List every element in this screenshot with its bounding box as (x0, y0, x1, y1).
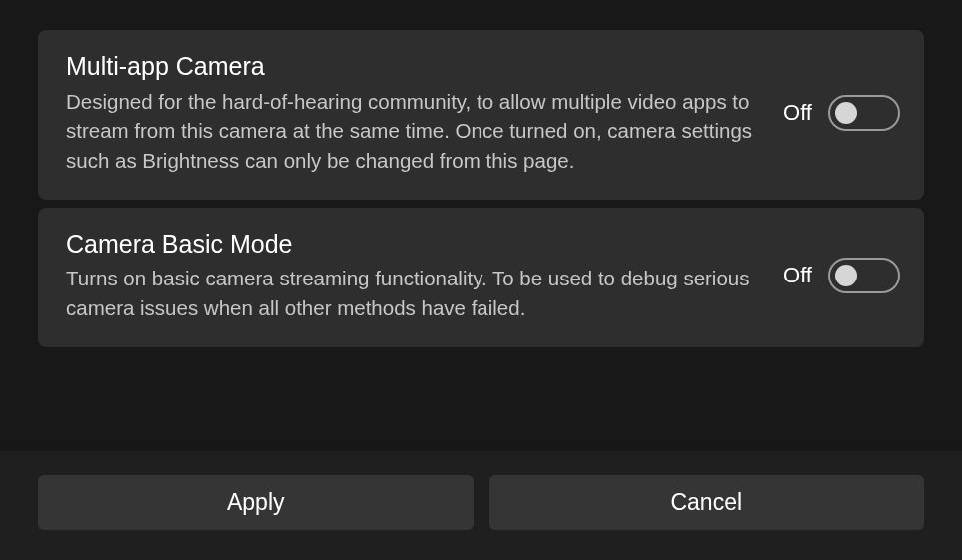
settings-list: Multi-app Camera Designed for the hard-o… (38, 30, 924, 347)
setting-text-block: Multi-app Camera Designed for the hard-o… (66, 50, 759, 176)
setting-description: Designed for the hard-of-hearing communi… (66, 87, 759, 176)
setting-title: Multi-app Camera (66, 50, 759, 83)
toggle-area: Off (783, 95, 900, 131)
setting-card-multi-app-camera: Multi-app Camera Designed for the hard-o… (38, 30, 924, 200)
apply-button[interactable]: Apply (38, 475, 474, 530)
setting-title: Camera Basic Mode (66, 228, 759, 261)
setting-text-block: Camera Basic Mode Turns on basic camera … (66, 228, 759, 323)
toggle-state-label: Off (783, 263, 812, 288)
spacer (38, 347, 924, 451)
setting-card-camera-basic-mode: Camera Basic Mode Turns on basic camera … (38, 208, 924, 347)
cancel-button[interactable]: Cancel (489, 475, 925, 530)
dialog-footer: Apply Cancel (0, 451, 962, 560)
camera-basic-mode-toggle[interactable] (828, 258, 900, 293)
setting-description: Turns on basic camera streaming function… (66, 264, 759, 322)
toggle-state-label: Off (783, 100, 812, 126)
toggle-knob (835, 265, 857, 286)
multi-app-camera-toggle[interactable] (828, 95, 900, 131)
toggle-knob (835, 102, 857, 124)
toggle-area: Off (783, 258, 900, 293)
